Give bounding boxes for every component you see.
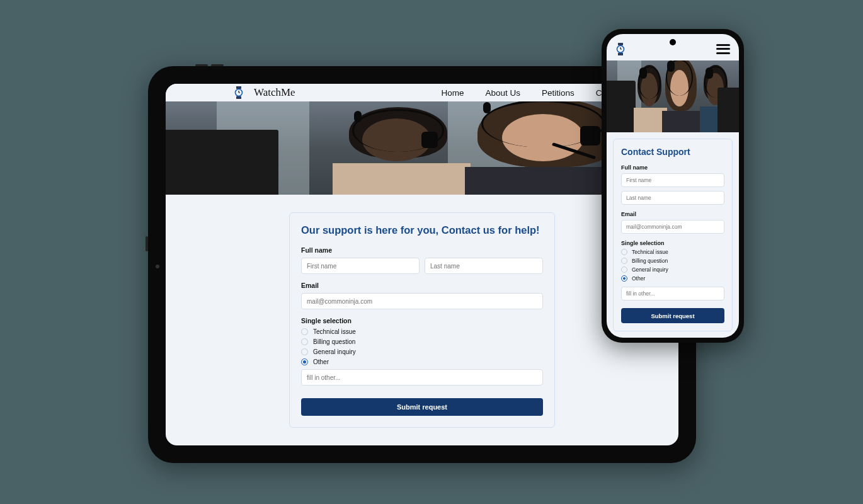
radio-technical[interactable]: Technical issue: [621, 249, 724, 255]
radio-general[interactable]: General inquiry: [301, 348, 543, 355]
radio-other[interactable]: Other: [301, 358, 543, 365]
form-area: Contact Support Full name Email Single s…: [607, 132, 739, 338]
phone-device: Contact Support Full name Email Single s…: [602, 29, 744, 343]
brand-block: WatchMe: [234, 86, 295, 99]
watch-icon: [615, 43, 626, 55]
radio-label: General inquiry: [313, 348, 356, 355]
submit-button[interactable]: Submit request: [621, 308, 724, 323]
radio-billing[interactable]: Billing question: [301, 338, 543, 345]
radio-icon: [301, 338, 308, 345]
nav-petitions[interactable]: Petitions: [542, 88, 574, 98]
radio-billing[interactable]: Billing question: [621, 258, 724, 264]
email-input[interactable]: [621, 220, 724, 234]
radio-label: Other: [632, 275, 645, 282]
nav-home[interactable]: Home: [441, 88, 464, 98]
radio-label: General inquiry: [632, 266, 668, 273]
full-name-label: Full name: [621, 164, 724, 171]
radio-icon: [621, 258, 627, 264]
svg-rect-1: [236, 96, 241, 99]
brand-name: WatchMe: [254, 86, 295, 99]
other-input[interactable]: [301, 369, 543, 386]
radio-icon: [621, 249, 627, 255]
contact-form-card: Our support is here for you, Contact us …: [289, 212, 555, 428]
radio-icon: [301, 348, 308, 355]
tablet-camera: [156, 265, 159, 268]
radio-icon: [621, 275, 627, 282]
single-selection-label: Single selection: [301, 317, 543, 324]
radio-label: Other: [313, 358, 329, 365]
submit-button[interactable]: Submit request: [301, 398, 543, 416]
form-title: Our support is here for you, Contact us …: [301, 224, 543, 236]
nav-about[interactable]: About Us: [485, 88, 520, 98]
tablet-physical-button: [211, 64, 224, 66]
full-name-label: Full name: [301, 246, 543, 254]
svg-rect-5: [618, 43, 623, 45]
form-title: Contact Support: [621, 147, 724, 157]
contact-form-card: Contact Support Full name Email Single s…: [613, 139, 733, 331]
radio-label: Technical issue: [632, 249, 668, 255]
radio-general[interactable]: General inquiry: [621, 266, 724, 273]
hamburger-icon[interactable]: [716, 44, 730, 54]
email-input[interactable]: [301, 293, 543, 309]
radio-technical[interactable]: Technical issue: [301, 328, 543, 335]
radio-other[interactable]: Other: [621, 275, 724, 282]
last-name-input[interactable]: [621, 191, 724, 205]
other-input[interactable]: [621, 287, 724, 301]
tablet-physical-button: [195, 64, 208, 66]
svg-rect-0: [236, 86, 241, 89]
last-name-input[interactable]: [425, 258, 543, 274]
tablet-physical-button: [146, 236, 148, 251]
watch-icon: [234, 86, 244, 99]
first-name-input[interactable]: [301, 258, 420, 274]
radio-label: Billing question: [632, 258, 668, 264]
hero-image: [607, 60, 739, 132]
single-selection-label: Single selection: [621, 240, 724, 246]
main-nav: Home About Us Petitions Co: [441, 88, 607, 98]
svg-rect-6: [618, 53, 623, 55]
radio-label: Technical issue: [313, 328, 356, 335]
first-name-input[interactable]: [621, 173, 724, 187]
phone-camera: [670, 39, 676, 45]
radio-icon: [301, 358, 308, 365]
phone-screen: Contact Support Full name Email Single s…: [607, 34, 739, 338]
email-label: Email: [621, 211, 724, 217]
email-label: Email: [301, 282, 543, 289]
radio-label: Billing question: [313, 338, 355, 345]
radio-icon: [301, 328, 308, 335]
radio-icon: [621, 266, 627, 273]
